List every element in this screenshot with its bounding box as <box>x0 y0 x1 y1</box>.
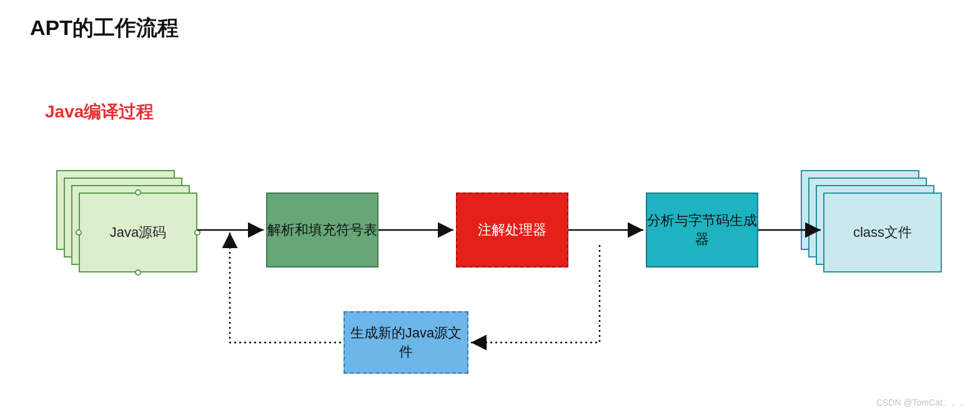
selection-handle-icon <box>135 189 141 196</box>
node-label: 生成新的Java源文件 <box>345 324 467 361</box>
stack-layer: Java源码 <box>79 192 197 272</box>
node-new-java-source: 生成新的Java源文件 <box>344 311 468 374</box>
node-analyze-bytecode: 分析与字节码生成器 <box>646 192 758 268</box>
node-label: Java源码 <box>110 223 166 242</box>
node-label: 注解处理器 <box>478 221 547 239</box>
node-label: 解析和填充符号表 <box>267 221 377 239</box>
node-label: class文件 <box>853 223 912 242</box>
node-label: 分析与字节码生成器 <box>647 211 757 248</box>
stack-layer: class文件 <box>823 192 942 272</box>
selection-handle-icon <box>76 229 82 236</box>
node-parse-symbol-table: 解析和填充符号表 <box>266 192 379 268</box>
watermark: CSDN @TomCat。。。 <box>876 398 969 409</box>
section-subtitle: Java编译过程 <box>45 100 154 124</box>
selection-handle-icon <box>194 229 200 236</box>
node-annotation-processor: 注解处理器 <box>456 192 568 268</box>
selection-handle-icon <box>135 269 141 276</box>
page-title: APT的工作流程 <box>30 14 179 42</box>
